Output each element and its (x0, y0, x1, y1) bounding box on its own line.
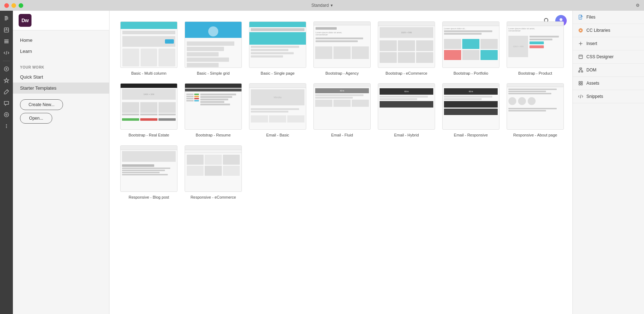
template-name-bs-product: Bootstrap - Product (518, 71, 552, 76)
template-card-resp-ecommerce[interactable]: Responsive - eCommerce (185, 145, 242, 200)
panel-css-designer[interactable]: CSS Designer (573, 50, 644, 64)
template-thumbnail-basic-multi (120, 21, 177, 68)
template-name-resp-about: Responsive - About page (513, 133, 557, 138)
svg-rect-34 (579, 71, 580, 72)
template-card-bs-agency[interactable]: Lorem ipsum dolor sit amet,consectetuer … (313, 21, 371, 76)
icon-bar (0, 11, 13, 314)
template-card-email-basic[interactable]: Media Email - Basic (249, 83, 306, 138)
template-name-basic-grid: Basic - Simple grid (197, 71, 230, 76)
template-thumbnail-resp-ecommerce (185, 145, 242, 192)
template-name-email-basic: Email - Basic (266, 133, 289, 138)
css-designer-icon (578, 54, 584, 60)
template-card-resp-about[interactable]: Responsive - About page (507, 83, 564, 138)
svg-rect-31 (579, 55, 582, 59)
icon-bar-layout[interactable] (1, 25, 11, 35)
svg-rect-9 (4, 41, 9, 42)
panel-insert[interactable]: Insert (573, 37, 644, 50)
window-controls[interactable] (4, 3, 23, 8)
your-work-label: YOUR WORK (13, 61, 109, 71)
template-name-basic-single: Basic - Single page (261, 71, 295, 76)
icon-bar-panels[interactable] (1, 36, 11, 46)
template-card-bs-product[interactable]: Lorem ipsum dolor sit amet,consectetuer … (507, 21, 564, 76)
create-new-button[interactable]: Create New... (20, 99, 63, 110)
open-button[interactable]: Open... (20, 113, 52, 124)
template-card-resp-blog[interactable]: Responsive - Blog post (120, 145, 177, 200)
nav-section: Home Learn (13, 30, 109, 61)
panel-snippets[interactable]: Snippets (573, 90, 644, 103)
title-bar: Standard ▾ ⚙ (0, 0, 644, 11)
template-thumbnail-basic-single (249, 21, 306, 68)
icon-bar-files[interactable] (1, 14, 11, 24)
svg-point-18 (6, 114, 7, 115)
panel-cc-label: CC Libraries (586, 28, 610, 33)
svg-rect-33 (580, 68, 582, 69)
left-panel: Dw Home Learn YOUR WORK Quick Start Star… (13, 11, 109, 314)
nav-starter-templates[interactable]: Starter Templates (13, 83, 109, 94)
close-button[interactable] (4, 3, 9, 8)
icon-bar-star[interactable] (1, 75, 11, 85)
template-thumbnail-bs-ecommerce: 1920 × 580 (378, 21, 435, 68)
svg-rect-35 (581, 71, 583, 72)
nav-learn[interactable]: Learn (13, 46, 109, 57)
panel-assets-label: Assets (586, 81, 599, 86)
template-thumbnail-email-hybrid: 60:tt (378, 83, 435, 130)
template-card-basic-multi[interactable]: Basic - Multi column (120, 21, 177, 76)
svg-rect-1 (5, 17, 8, 18)
panel-files[interactable]: Files (573, 11, 644, 24)
svg-line-11 (6, 51, 7, 55)
template-card-bs-realestate[interactable]: 1920 × 500 Bootstrap - Real Estate (120, 83, 177, 138)
svg-point-17 (4, 113, 9, 117)
template-name-basic-multi: Basic - Multi column (131, 71, 166, 76)
panel-css-label: CSS Designer (586, 54, 614, 59)
template-thumbnail-bs-resume (185, 83, 242, 130)
template-thumbnail-bs-realestate: 1920 × 500 (120, 83, 177, 130)
svg-rect-8 (4, 40, 9, 40)
panel-cc-libraries[interactable]: CC Libraries (573, 24, 644, 37)
dw-logo: Dw (19, 14, 31, 27)
files-icon (578, 14, 584, 20)
svg-rect-40 (579, 81, 580, 83)
template-thumbnail-resp-blog (120, 145, 177, 192)
nav-home[interactable]: Home (13, 35, 109, 46)
panel-dom[interactable]: DOM (573, 64, 644, 77)
panel-assets[interactable]: Assets (573, 77, 644, 90)
template-thumbnail-email-fluid: 60:tt (313, 83, 371, 130)
template-thumbnail-bs-product: Lorem ipsum dolor sit amet,consectetuer … (507, 21, 564, 68)
template-name-bs-portfolio: Bootstrap - Portfolio (453, 71, 488, 76)
panel-insert-label: Insert (586, 41, 597, 46)
svg-rect-10 (4, 43, 9, 43)
assets-icon (578, 80, 584, 86)
nav-quick-start[interactable]: Quick Start (13, 71, 109, 83)
icon-bar-code[interactable] (1, 48, 11, 58)
icon-bar-chat[interactable] (1, 98, 11, 108)
template-card-email-fluid[interactable]: 60:tt Email - Fluid (313, 83, 371, 138)
template-card-bs-resume[interactable]: Bootstrap - Resume (185, 83, 242, 138)
icon-bar-brush[interactable] (1, 87, 11, 97)
icon-bar-link[interactable] (1, 110, 11, 120)
insert-icon (578, 41, 584, 46)
icon-bar-more[interactable] (1, 121, 11, 131)
template-card-email-hybrid[interactable]: 60:tt Email - Hybrid (378, 83, 435, 138)
maximize-button[interactable] (19, 3, 23, 8)
template-thumbnail-email-responsive: 60:tt (442, 83, 499, 130)
icon-bar-plus[interactable] (1, 64, 11, 74)
template-card-email-responsive[interactable]: 60:tt Email - Responsive (442, 83, 499, 138)
template-thumbnail-bs-portfolio: Lorem ipsum dolor sit... (442, 21, 499, 68)
templates-grid: Basic - Multi column Basic - Simple grid (120, 18, 562, 200)
svg-line-16 (7, 90, 9, 91)
template-card-bs-ecommerce[interactable]: 1920 × 580 Bootstrap - eCommerce (378, 21, 435, 76)
svg-marker-15 (4, 78, 9, 83)
svg-point-21 (6, 127, 7, 128)
window-title: Standard ▾ (311, 3, 333, 8)
template-name-email-hybrid: Email - Hybrid (394, 133, 419, 138)
template-card-bs-portfolio[interactable]: Lorem ipsum dolor sit... Bootstrap - Por… (442, 21, 499, 76)
template-thumbnail-bs-agency: Lorem ipsum dolor sit amet,consectetuer (313, 21, 371, 68)
svg-rect-43 (581, 84, 582, 85)
svg-point-19 (6, 124, 7, 125)
template-thumbnail-basic-grid (185, 21, 242, 68)
minimize-button[interactable] (11, 3, 16, 8)
template-card-basic-grid[interactable]: Basic - Simple grid (185, 21, 242, 76)
template-card-basic-single[interactable]: Basic - Single page (249, 21, 306, 76)
svg-rect-2 (5, 18, 8, 19)
svg-rect-4 (5, 20, 7, 21)
